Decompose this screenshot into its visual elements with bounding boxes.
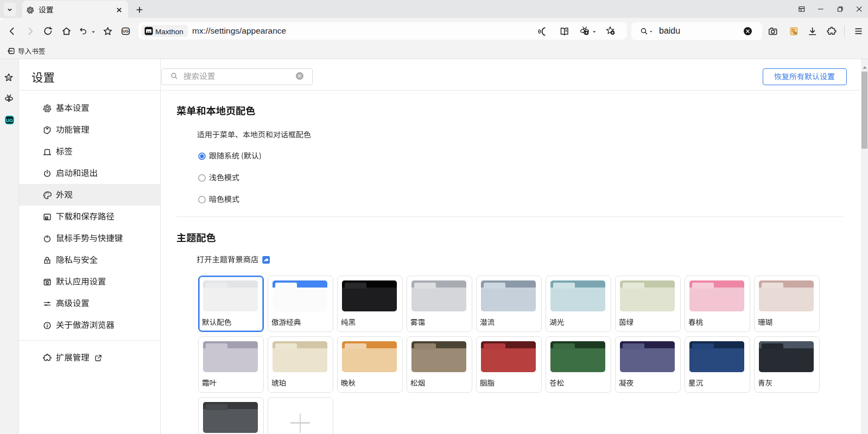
svg-text:UG: UG <box>6 118 13 123</box>
svg-text:UG: UG <box>123 29 129 34</box>
